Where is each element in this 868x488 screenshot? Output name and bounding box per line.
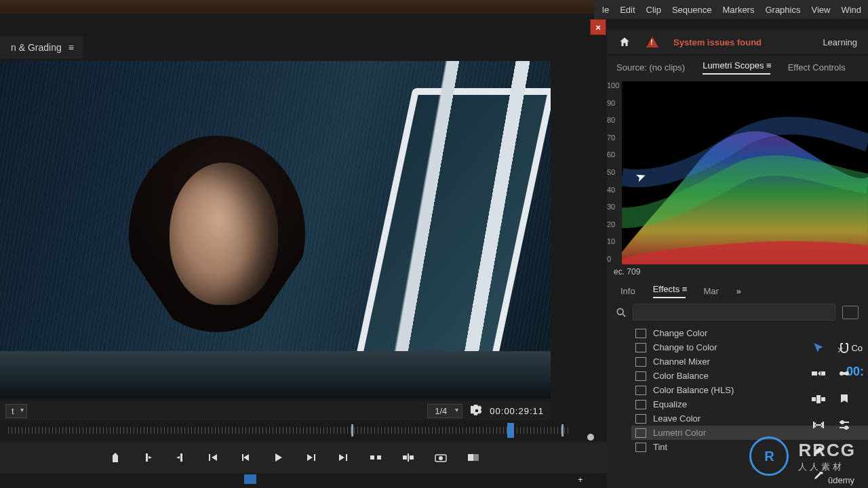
home-icon[interactable] <box>618 36 631 48</box>
tab-markers[interactable]: Mar <box>703 286 718 296</box>
zoom-fit-dropdown[interactable]: t <box>5 404 27 418</box>
play-button[interactable] <box>271 451 285 464</box>
tab-info[interactable]: Info <box>620 286 635 296</box>
panel-menu-icon[interactable]: ≡ <box>682 284 686 294</box>
menu-le[interactable]: le <box>602 5 609 15</box>
menu-sequence[interactable]: Sequence <box>672 5 712 15</box>
video-car-frame <box>374 61 551 399</box>
extract-button[interactable] <box>401 451 415 464</box>
playback-resolution-dropdown[interactable]: 1/4 <box>427 404 462 418</box>
scope-tick: 70 <box>607 134 619 142</box>
svg-point-6 <box>439 456 443 460</box>
tab-effect-controls[interactable]: Effect Controls <box>788 62 846 73</box>
linked-selection-icon[interactable] <box>837 366 852 381</box>
button-editor-add[interactable]: + <box>578 474 583 485</box>
lumetri-scope-waveform[interactable]: 1009080706050403020100 ➤ <box>622 81 868 263</box>
zoom-scroll-handle[interactable] <box>587 434 594 441</box>
effect-item-label: Equalize <box>653 399 687 409</box>
tab-lumetri-scopes[interactable]: Lumetri Scopes ≡ <box>703 60 770 75</box>
overwrite-clip-icon[interactable] <box>811 392 826 407</box>
menu-markers[interactable]: Markers <box>723 5 755 15</box>
svg-rect-4 <box>410 455 414 460</box>
scope-tick: 100 <box>607 81 619 89</box>
go-to-in-button[interactable] <box>206 451 220 464</box>
menu-edit[interactable]: Edit <box>620 5 635 15</box>
waveform-rgb-parade <box>622 81 868 264</box>
panel-menu-icon[interactable]: ≡ <box>766 60 770 70</box>
add-marker-button[interactable] <box>108 451 122 464</box>
scope-tick: 30 <box>607 203 619 211</box>
menu-wind[interactable]: Wind <box>841 5 861 15</box>
step-forward-button[interactable] <box>304 451 317 464</box>
effect-item-leave-color[interactable]: Leave Color <box>631 411 868 426</box>
insert-clip-icon[interactable] <box>811 366 826 381</box>
go-to-out-button[interactable] <box>336 451 350 464</box>
tab-lumetri-scopes-label: Lumetri Scopes <box>703 60 764 70</box>
effect-preset-icon <box>635 428 646 438</box>
transport-controls <box>0 442 698 473</box>
effect-item-color-balance-hls-[interactable]: Color Balance (HLS) <box>631 383 868 397</box>
timeline-tool-column <box>834 340 854 432</box>
tab-source[interactable]: Source: (no clips) <box>616 62 685 73</box>
more-tabs-chevron-icon[interactable]: » <box>736 286 741 296</box>
playback-resolution-value: 1/4 <box>435 406 447 416</box>
system-issues-label[interactable]: System issues found <box>673 37 762 47</box>
effect-item-label: Color Balance <box>653 371 709 381</box>
video-subject-face <box>170 163 278 305</box>
mark-out-button[interactable] <box>174 451 187 464</box>
window-close-button[interactable]: × <box>590 19 606 35</box>
lift-button[interactable] <box>369 451 382 464</box>
scope-tick: 40 <box>607 186 619 194</box>
tab-effects[interactable]: Effects ≡ <box>653 284 686 298</box>
settings-wrench-icon[interactable] <box>471 405 483 417</box>
program-monitor[interactable] <box>0 61 551 399</box>
scope-tick: 90 <box>607 99 619 107</box>
taskbar-item <box>20 2 22 12</box>
svg-rect-8 <box>473 454 479 461</box>
scope-tick: 60 <box>607 150 619 159</box>
scope-tick: 10 <box>607 237 619 245</box>
ripple-tool-icon[interactable] <box>811 418 826 432</box>
effect-item-equalize[interactable]: Equalize <box>631 397 868 411</box>
workspace-learning[interactable]: Learning <box>823 37 857 47</box>
effect-item-change-to-color[interactable]: Change to Color <box>631 340 868 354</box>
playhead[interactable] <box>507 423 514 438</box>
effect-item-label: Tint <box>653 442 667 452</box>
svg-rect-15 <box>821 397 825 401</box>
selection-tool-icon[interactable] <box>811 340 826 355</box>
watermark-logo-icon: R <box>749 436 789 476</box>
scope-tick: 0 <box>607 255 619 263</box>
svg-point-22 <box>845 426 848 429</box>
out-point-marker[interactable] <box>561 424 564 436</box>
snap-toggle-icon[interactable] <box>837 340 852 355</box>
new-bin-button[interactable] <box>842 306 859 319</box>
step-back-button[interactable] <box>239 451 252 464</box>
source-panel-tabs: Source: (no clips) Lumetri Scopes ≡ Effe… <box>607 56 868 79</box>
monitor-time-ruler[interactable] <box>0 422 590 439</box>
effects-search-input[interactable] <box>633 304 835 321</box>
mark-in-button[interactable] <box>141 451 155 464</box>
scope-y-axis: 1009080706050403020100 <box>607 81 619 263</box>
effect-item-color-balance[interactable]: Color Balance <box>631 369 868 383</box>
svg-point-21 <box>841 421 844 424</box>
menu-clip[interactable]: Clip <box>646 5 661 15</box>
insert-overlay-indicator[interactable] <box>244 474 256 484</box>
export-frame-button[interactable] <box>434 451 448 464</box>
in-point-marker[interactable] <box>351 424 353 436</box>
settings-sliders-icon[interactable] <box>837 418 852 432</box>
effect-preset-icon <box>635 443 646 452</box>
add-marker-icon[interactable] <box>837 392 852 407</box>
menu-graphics[interactable]: Graphics <box>765 5 800 15</box>
effect-item-label: Leave Color <box>653 413 701 424</box>
effect-item-label: Change to Color <box>653 342 717 352</box>
panel-menu-icon[interactable]: ≡ <box>68 42 73 53</box>
comparison-view-button[interactable] <box>467 451 480 464</box>
workspace-tab-color-grading[interactable]: n & Grading ≡ <box>0 37 83 58</box>
menu-view[interactable]: View <box>811 5 830 15</box>
effect-item-label: Lumetri Color <box>653 428 706 438</box>
effect-item-change-color[interactable]: Change Color <box>631 326 868 340</box>
effect-item-channel-mixer[interactable]: Channel Mixer <box>631 354 868 369</box>
effect-item-label: Channel Mixer <box>653 357 710 367</box>
watermark-brand: RRCG <box>798 440 856 461</box>
monitor-timecode[interactable]: 00:00:29:11 <box>490 406 544 416</box>
